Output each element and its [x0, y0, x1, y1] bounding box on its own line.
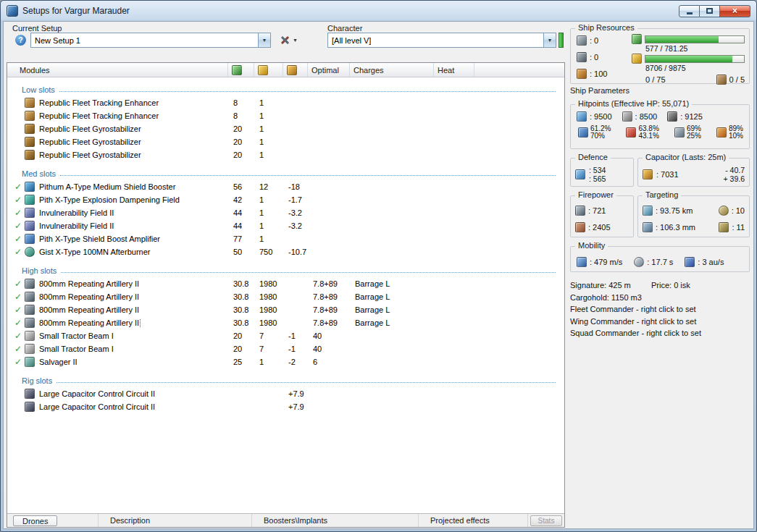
tab-projected-effects[interactable]: Projected effects — [424, 516, 495, 525]
module-row[interactable]: ✓Salvager II251-26 — [7, 355, 564, 368]
tools-icon — [279, 35, 290, 46]
module-name-text: Invulnerability Field II — [39, 221, 114, 230]
module-name-text: Large Capacitor Control Circuit II — [39, 402, 155, 411]
module-row[interactable]: ✓Small Tractor Beam I207-140 — [7, 342, 564, 355]
column-optimal[interactable]: Optimal — [307, 63, 349, 77]
close-button[interactable]: × — [720, 5, 750, 17]
module-row[interactable]: ✓800mm Repeating Artillery II30.819807.8… — [7, 290, 564, 303]
module-row[interactable]: Republic Fleet Gyrostabilizer201 — [7, 148, 564, 161]
resource-bars-column: 577 / 781.25 8706 / 9875 0 / 75 0 / 5 — [632, 34, 745, 81]
module-icon-cell — [25, 98, 39, 108]
module-name-text: Republic Fleet Gyrostabilizer — [39, 151, 141, 159]
module-row[interactable]: ✓Invulnerability Field II441-3.2 — [7, 219, 564, 232]
help-icon[interactable] — [15, 35, 26, 46]
artillery-icon — [25, 305, 35, 315]
module-charges-value: Barrage L — [354, 318, 438, 327]
volley-value: : 2405 — [588, 223, 611, 232]
cpu-bar-row — [632, 34, 745, 44]
capacitor-rig-icon — [25, 402, 35, 412]
salvager-icon — [25, 357, 35, 367]
dps-value: : 721 — [588, 206, 606, 215]
character-select[interactable]: [All level V] ▼ — [327, 33, 556, 48]
warp-speed-item: : 3 au/s — [685, 257, 724, 267]
character-row: [All level V] ▼ — [327, 33, 564, 48]
section-divider — [60, 175, 556, 176]
module-cap-value: -1.7 — [287, 195, 311, 204]
minimize-button[interactable] — [679, 5, 700, 17]
module-icon-cell — [25, 137, 39, 147]
section-header: Low slots — [22, 83, 557, 94]
column-charges[interactable]: Charges — [349, 63, 433, 77]
titlebar[interactable]: Setups for Vargur Marauder × — [1, 1, 756, 21]
capacitor-column-icon — [287, 65, 297, 75]
module-pg-value: 1 — [258, 138, 287, 146]
defence-panel: Defence : 534 : 565 — [570, 158, 634, 187]
module-active-check-icon: ✓ — [12, 247, 25, 257]
maximize-button[interactable] — [700, 5, 720, 17]
resists-row: 61.2% 70% 63.8% 43.1% — [577, 125, 745, 140]
module-row[interactable]: Large Capacitor Control Circuit II+7.9 — [7, 400, 564, 413]
tools-dropdown-arrow-icon[interactable]: ▼ — [293, 38, 298, 43]
tab-drones[interactable]: Drones — [13, 515, 57, 526]
module-cpu-value: 50 — [232, 248, 258, 256]
module-row[interactable]: Republic Fleet Gyrostabilizer201 — [7, 122, 564, 135]
module-row[interactable]: ✓800mm Repeating Artillery II30.819807.8… — [7, 277, 564, 290]
module-row[interactable]: ✓Pith X-Type Shield Boost Amplifier771 — [7, 232, 564, 245]
column-capacitor[interactable] — [283, 63, 307, 77]
column-modules[interactable]: Modules — [7, 63, 227, 77]
module-row[interactable]: ✓Pith X-Type Explosion Dampening Field42… — [7, 193, 564, 206]
module-name: Republic Fleet Gyrostabilizer — [39, 124, 232, 133]
character-dropdown-arrow-icon[interactable]: ▼ — [543, 33, 556, 47]
module-pg-value: 1980 — [258, 292, 287, 301]
defence-value-2: : 565 — [589, 174, 606, 183]
module-pg-value: 1 — [258, 221, 287, 230]
module-optimal-value: 40 — [311, 345, 354, 353]
module-name-text: Republic Fleet Tracking Enhancer — [39, 98, 159, 107]
module-row[interactable]: Republic Fleet Tracking Enhancer81 — [7, 96, 564, 109]
explosive-resist-cell: 89% 10% — [716, 125, 743, 140]
column-cpu[interactable] — [227, 63, 254, 77]
module-row[interactable]: ✓800mm Repeating Artillery II30.819807.8… — [7, 316, 564, 329]
gyrostabilizer-icon — [25, 150, 35, 160]
tools-button[interactable]: ▼ — [275, 33, 301, 48]
module-row[interactable]: Large Capacitor Control Circuit II+7.9 — [7, 387, 564, 400]
wing-commander-line[interactable]: Wing Commander - right click to set — [570, 316, 750, 328]
module-name: Pithum A-Type Medium Shield Booster — [39, 182, 232, 191]
tab-description[interactable]: Description — [104, 516, 156, 525]
setup-dropdown-arrow-icon[interactable]: ▼ — [258, 33, 270, 47]
module-row[interactable]: Republic Fleet Tracking Enhancer81 — [7, 109, 564, 122]
module-row[interactable]: ✓Small Tractor Beam I207-140 — [7, 329, 564, 342]
drone-icon — [716, 75, 727, 85]
fleet-commander-line[interactable]: Fleet Commander - right click to set — [570, 303, 750, 316]
cpu-column-icon — [232, 65, 242, 75]
speed-item: : 479 m/s — [577, 257, 622, 267]
module-row[interactable]: ✓Pithum A-Type Medium Shield Booster5612… — [7, 180, 564, 193]
cpu-icon — [632, 34, 642, 44]
module-cap-value: -3.2 — [287, 221, 311, 230]
align-time-item: : 17.7 s — [634, 257, 673, 267]
stats-button[interactable]: Stats — [530, 515, 562, 526]
module-icon-cell — [25, 292, 39, 302]
module-row[interactable]: ✓Invulnerability Field II441-3.2 — [7, 206, 564, 219]
module-active-check-icon: ✓ — [12, 344, 25, 354]
tab-boosters-implants[interactable]: Boosters\Implants — [258, 516, 333, 525]
setup-select[interactable]: New Setup 1 ▼ — [30, 33, 271, 48]
powergrid-icon — [632, 54, 642, 64]
column-powergrid[interactable] — [254, 63, 283, 77]
module-icon-cell — [25, 221, 39, 231]
module-row[interactable]: ✓800mm Repeating Artillery II30.819807.8… — [7, 303, 564, 316]
warp-speed-value: : 3 au/s — [698, 258, 724, 266]
defence-value-1: : 534 — [589, 166, 606, 174]
module-icon-cell — [25, 402, 39, 412]
speed-icon — [577, 257, 587, 267]
module-row[interactable]: Republic Fleet Gyrostabilizer201 — [7, 135, 564, 148]
module-row[interactable]: ✓Gist X-Type 100MN Afterburner50750-10.7 — [7, 245, 564, 258]
module-name: Pith X-Type Explosion Dampening Field — [39, 195, 232, 204]
structure-icon — [667, 111, 677, 122]
squad-commander-line[interactable]: Squad Commander - right click to set — [570, 327, 750, 339]
cpu-value: 577 / 781.25 — [645, 44, 745, 53]
module-active-check-icon: ✓ — [12, 221, 25, 231]
module-active-check-icon: ✓ — [12, 279, 25, 289]
column-heat[interactable]: Heat — [433, 63, 474, 77]
module-cpu-value: 56 — [232, 182, 258, 191]
